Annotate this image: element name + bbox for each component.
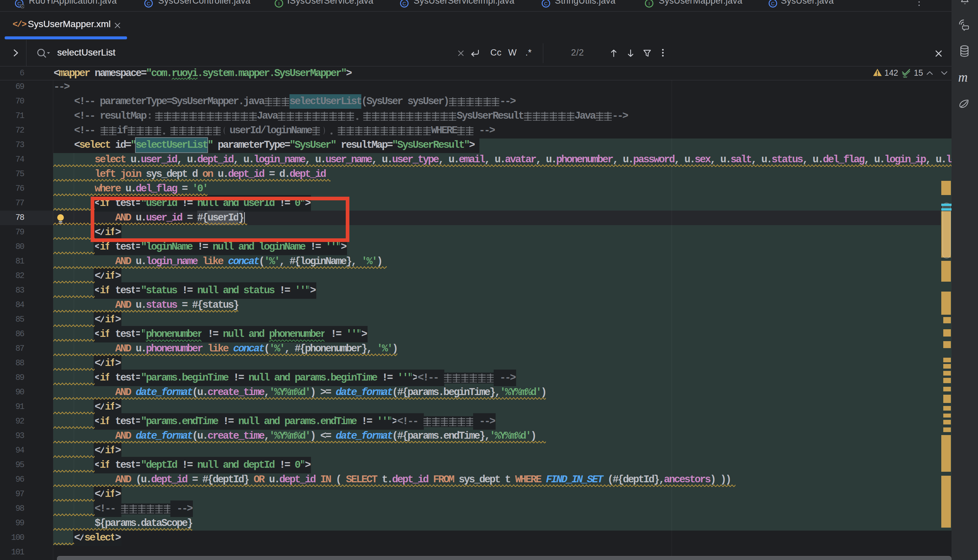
svg-text:C: C (403, 1, 406, 6)
svg-text:C: C (771, 1, 775, 6)
svg-text:I: I (649, 1, 650, 6)
svg-text:C: C (147, 1, 150, 6)
svg-text:I: I (278, 1, 279, 6)
svg-text:C: C (18, 1, 21, 6)
svg-text:C: C (544, 1, 548, 6)
